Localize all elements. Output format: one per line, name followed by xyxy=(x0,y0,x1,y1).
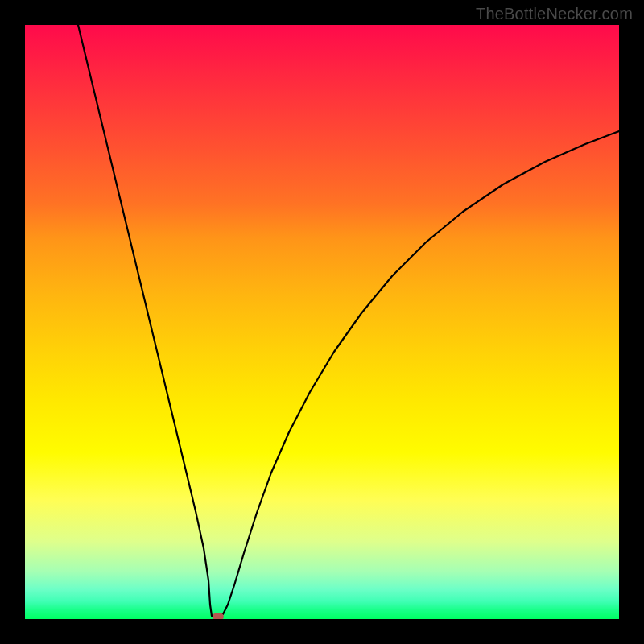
curve-line xyxy=(78,25,619,616)
curve-marker xyxy=(213,613,224,619)
curve-svg xyxy=(25,25,619,619)
chart-frame: TheBottleNecker.com xyxy=(0,0,644,644)
plot-area xyxy=(25,25,619,619)
watermark-text: TheBottleNecker.com xyxy=(476,5,633,23)
